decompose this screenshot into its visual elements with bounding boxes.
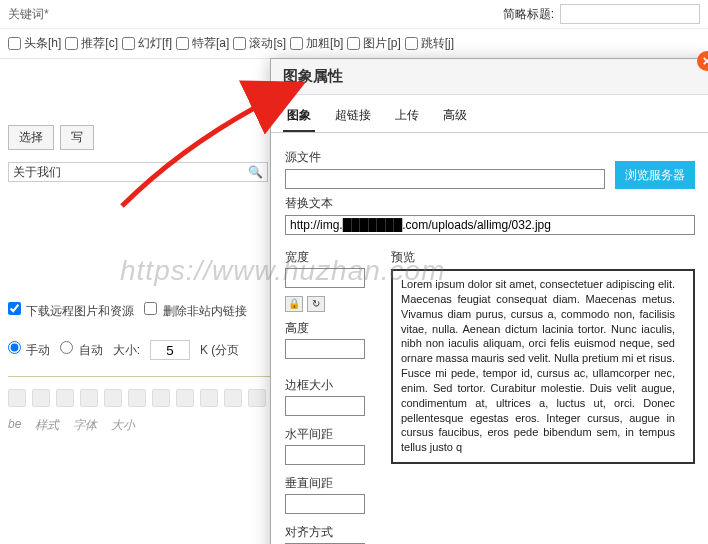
tab-advanced[interactable]: 高级 [439, 101, 471, 132]
summary-value[interactable]: 关于我们 [13, 164, 61, 181]
keyword-write-button[interactable]: 写 [60, 125, 94, 150]
height-label: 高度 [285, 320, 375, 337]
dialog-title: 图象属性 [283, 67, 343, 84]
toolbar-icon[interactable] [128, 389, 146, 407]
border-label: 边框大小 [285, 377, 375, 394]
toolbar-icon[interactable] [176, 389, 194, 407]
alt-text-input[interactable] [285, 215, 695, 235]
keyword-select-button[interactable]: 选择 [8, 125, 54, 150]
toolbar-label-size[interactable]: 大小 [111, 417, 135, 434]
vspace-input[interactable] [285, 494, 365, 514]
opt-manual[interactable]: 手动 [8, 341, 50, 359]
tab-hyperlink[interactable]: 超链接 [331, 101, 375, 132]
toolbar-label[interactable]: be [8, 417, 21, 434]
toolbar-label-style[interactable]: 样式 [35, 417, 59, 434]
toolbar-icon[interactable] [56, 389, 74, 407]
align-label: 对齐方式 [285, 524, 375, 541]
browse-server-button[interactable]: 浏览服务器 [615, 161, 695, 189]
flag-special[interactable]: 特荐[a] [176, 35, 229, 52]
size-label: 大小: [113, 342, 140, 359]
tab-upload[interactable]: 上传 [391, 101, 423, 132]
close-icon[interactable]: × [697, 51, 708, 71]
size-unit: K (分页 [200, 342, 239, 359]
flag-slide[interactable]: 幻灯[f] [122, 35, 172, 52]
toolbar-icon[interactable] [8, 389, 26, 407]
size-input[interactable] [150, 340, 190, 360]
hspace-label: 水平间距 [285, 426, 375, 443]
opt-remove-external-link[interactable]: 删除非站内链接 [144, 302, 246, 320]
source-file-label: 源文件 [285, 149, 605, 166]
width-input[interactable] [285, 268, 365, 288]
flag-image[interactable]: 图片[p] [347, 35, 400, 52]
lock-ratio-icon[interactable]: 🔒 [285, 296, 303, 312]
flag-headline[interactable]: 头条[h] [8, 35, 61, 52]
flag-recommend[interactable]: 推荐[c] [65, 35, 118, 52]
opt-remote-download[interactable]: 下载远程图片和资源 [8, 302, 134, 320]
hspace-input[interactable] [285, 445, 365, 465]
flags-row: 头条[h] 推荐[c] 幻灯[f] 特荐[a] 滚动[s] 加粗[b] 图片[p… [0, 29, 708, 59]
vspace-label: 垂直间距 [285, 475, 375, 492]
alt-text-label: 替换文本 [285, 195, 695, 212]
border-input[interactable] [285, 396, 365, 416]
toolbar-icon[interactable] [32, 389, 50, 407]
toolbar-icon[interactable] [200, 389, 218, 407]
toolbar-icon[interactable] [104, 389, 122, 407]
search-icon[interactable]: 🔍 [248, 165, 263, 179]
toolbar-label-font[interactable]: 字体 [73, 417, 97, 434]
short-title-input[interactable] [560, 4, 700, 24]
toolbar-icon[interactable] [224, 389, 242, 407]
reset-size-icon[interactable]: ↻ [307, 296, 325, 312]
toolbar-icon[interactable] [80, 389, 98, 407]
height-input[interactable] [285, 339, 365, 359]
flag-scroll[interactable]: 滚动[s] [233, 35, 286, 52]
keyword-asterisk: 关键词* [8, 6, 49, 23]
preview-box[interactable]: Lorem ipsum dolor sit amet, consectetuer… [391, 269, 695, 464]
flag-bold[interactable]: 加粗[b] [290, 35, 343, 52]
short-title-label: 简略标题: [503, 6, 554, 23]
source-file-input[interactable] [285, 169, 605, 189]
toolbar-icon[interactable] [248, 389, 266, 407]
width-label: 宽度 [285, 249, 375, 266]
image-properties-dialog: 图象属性 × 图象 超链接 上传 高级 源文件 浏览服务器 替换文本 宽度 🔒 … [270, 58, 708, 544]
flag-jump[interactable]: 跳转[j] [405, 35, 454, 52]
tab-image[interactable]: 图象 [283, 101, 315, 132]
opt-auto[interactable]: 自动 [60, 341, 102, 359]
toolbar-icon[interactable] [152, 389, 170, 407]
preview-label: 预览 [391, 249, 695, 266]
